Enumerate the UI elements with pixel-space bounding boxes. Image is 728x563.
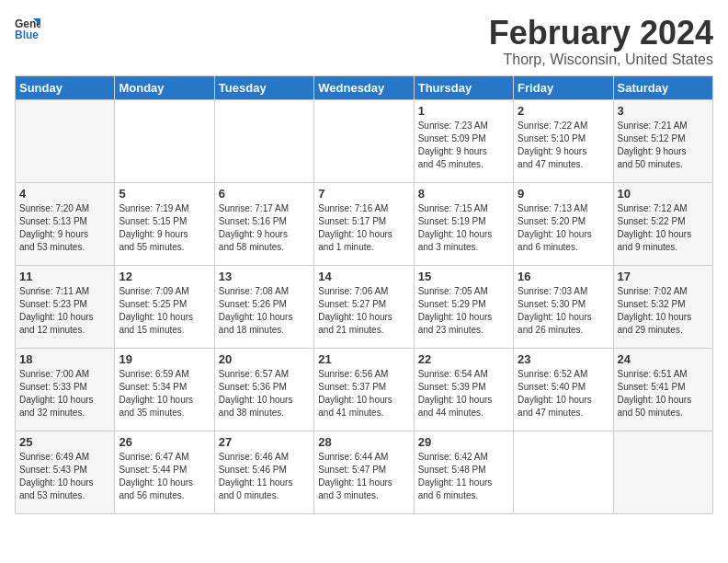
day-info: Sunrise: 6:59 AM Sunset: 5:34 PM Dayligh… [119, 368, 210, 419]
day-number: 13 [219, 270, 310, 283]
calendar-table: SundayMondayTuesdayWednesdayThursdayFrid… [15, 75, 713, 514]
day-info: Sunrise: 6:42 AM Sunset: 5:48 PM Dayligh… [418, 451, 509, 502]
day-cell: 10Sunrise: 7:12 AM Sunset: 5:22 PM Dayli… [613, 182, 712, 265]
day-cell: 12Sunrise: 7:09 AM Sunset: 5:25 PM Dayli… [115, 265, 214, 348]
day-cell: 18Sunrise: 7:00 AM Sunset: 5:33 PM Dayli… [16, 348, 115, 431]
day-number: 6 [219, 187, 310, 201]
day-cell: 8Sunrise: 7:15 AM Sunset: 5:19 PM Daylig… [414, 182, 513, 265]
day-cell: 13Sunrise: 7:08 AM Sunset: 5:26 PM Dayli… [214, 265, 313, 348]
calendar-title: February 2024 [489, 15, 713, 52]
day-info: Sunrise: 7:20 AM Sunset: 5:13 PM Dayligh… [19, 202, 110, 254]
day-cell: 14Sunrise: 7:06 AM Sunset: 5:27 PM Dayli… [314, 265, 414, 348]
week-row-2: 11Sunrise: 7:11 AM Sunset: 5:23 PM Dayli… [16, 265, 713, 348]
day-cell [115, 99, 214, 182]
day-number: 11 [19, 270, 110, 283]
calendar-subtitle: Thorp, Wisconsin, United States [489, 52, 713, 68]
header-cell-friday: Friday [514, 75, 613, 99]
day-info: Sunrise: 6:54 AM Sunset: 5:39 PM Dayligh… [418, 368, 509, 419]
calendar-header: SundayMondayTuesdayWednesdayThursdayFrid… [16, 75, 713, 99]
day-cell: 6Sunrise: 7:17 AM Sunset: 5:16 PM Daylig… [214, 182, 313, 265]
day-number: 12 [119, 270, 210, 283]
day-info: Sunrise: 6:52 AM Sunset: 5:40 PM Dayligh… [518, 368, 609, 419]
title-area: February 2024 Thorp, Wisconsin, United S… [489, 15, 713, 68]
day-info: Sunrise: 6:57 AM Sunset: 5:36 PM Dayligh… [219, 368, 310, 419]
day-cell: 11Sunrise: 7:11 AM Sunset: 5:23 PM Dayli… [16, 265, 115, 348]
header-cell-monday: Monday [115, 75, 214, 99]
day-info: Sunrise: 6:56 AM Sunset: 5:37 PM Dayligh… [318, 368, 409, 419]
day-info: Sunrise: 7:12 AM Sunset: 5:22 PM Dayligh… [618, 202, 709, 254]
day-number: 2 [518, 104, 609, 118]
day-cell: 26Sunrise: 6:47 AM Sunset: 5:44 PM Dayli… [115, 431, 214, 513]
day-info: Sunrise: 7:09 AM Sunset: 5:25 PM Dayligh… [119, 285, 210, 337]
day-cell: 9Sunrise: 7:13 AM Sunset: 5:20 PM Daylig… [514, 182, 613, 265]
day-info: Sunrise: 7:15 AM Sunset: 5:19 PM Dayligh… [418, 202, 509, 254]
day-number: 18 [19, 352, 110, 366]
day-cell [16, 99, 115, 182]
day-number: 25 [19, 435, 110, 449]
week-row-3: 18Sunrise: 7:00 AM Sunset: 5:33 PM Dayli… [16, 348, 713, 431]
day-number: 10 [618, 187, 709, 201]
day-cell: 20Sunrise: 6:57 AM Sunset: 5:36 PM Dayli… [214, 348, 313, 431]
day-number: 1 [418, 104, 509, 118]
week-row-0: 1Sunrise: 7:23 AM Sunset: 5:09 PM Daylig… [16, 99, 713, 182]
week-row-1: 4Sunrise: 7:20 AM Sunset: 5:13 PM Daylig… [16, 182, 713, 265]
logo: General Blue [15, 15, 40, 40]
header-cell-wednesday: Wednesday [314, 75, 414, 99]
day-number: 27 [219, 435, 310, 449]
day-cell: 23Sunrise: 6:52 AM Sunset: 5:40 PM Dayli… [514, 348, 613, 431]
day-info: Sunrise: 7:11 AM Sunset: 5:23 PM Dayligh… [19, 285, 110, 337]
day-number: 19 [119, 352, 210, 366]
header: General Blue February 2024 Thorp, Wiscon… [15, 15, 713, 68]
day-number: 3 [618, 104, 709, 118]
header-cell-thursday: Thursday [414, 75, 513, 99]
calendar-body: 1Sunrise: 7:23 AM Sunset: 5:09 PM Daylig… [16, 99, 713, 513]
day-number: 22 [418, 352, 509, 366]
day-number: 17 [618, 270, 709, 283]
header-row: SundayMondayTuesdayWednesdayThursdayFrid… [16, 75, 713, 99]
day-cell: 5Sunrise: 7:19 AM Sunset: 5:15 PM Daylig… [115, 182, 214, 265]
day-number: 7 [318, 187, 409, 201]
day-cell: 19Sunrise: 6:59 AM Sunset: 5:34 PM Dayli… [115, 348, 214, 431]
day-cell: 28Sunrise: 6:44 AM Sunset: 5:47 PM Dayli… [314, 431, 414, 513]
day-info: Sunrise: 6:49 AM Sunset: 5:43 PM Dayligh… [19, 451, 110, 502]
day-cell: 27Sunrise: 6:46 AM Sunset: 5:46 PM Dayli… [214, 431, 313, 513]
day-info: Sunrise: 7:19 AM Sunset: 5:15 PM Dayligh… [119, 202, 210, 254]
day-cell: 4Sunrise: 7:20 AM Sunset: 5:13 PM Daylig… [16, 182, 115, 265]
day-info: Sunrise: 7:21 AM Sunset: 5:12 PM Dayligh… [618, 120, 709, 171]
day-info: Sunrise: 7:00 AM Sunset: 5:33 PM Dayligh… [19, 368, 110, 419]
day-info: Sunrise: 7:17 AM Sunset: 5:16 PM Dayligh… [219, 202, 310, 254]
header-cell-sunday: Sunday [16, 75, 115, 99]
day-info: Sunrise: 7:08 AM Sunset: 5:26 PM Dayligh… [219, 285, 310, 337]
day-cell [514, 431, 613, 513]
day-cell: 22Sunrise: 6:54 AM Sunset: 5:39 PM Dayli… [414, 348, 513, 431]
day-cell: 2Sunrise: 7:22 AM Sunset: 5:10 PM Daylig… [514, 99, 613, 182]
day-cell: 24Sunrise: 6:51 AM Sunset: 5:41 PM Dayli… [613, 348, 712, 431]
day-cell [613, 431, 712, 513]
header-cell-tuesday: Tuesday [214, 75, 313, 99]
day-cell: 7Sunrise: 7:16 AM Sunset: 5:17 PM Daylig… [314, 182, 414, 265]
day-number: 15 [418, 270, 509, 283]
day-number: 29 [418, 435, 509, 449]
day-number: 4 [19, 187, 110, 201]
day-number: 16 [518, 270, 609, 283]
day-cell: 17Sunrise: 7:02 AM Sunset: 5:32 PM Dayli… [613, 265, 712, 348]
day-cell: 15Sunrise: 7:05 AM Sunset: 5:29 PM Dayli… [414, 265, 513, 348]
day-info: Sunrise: 7:03 AM Sunset: 5:30 PM Dayligh… [518, 285, 609, 337]
day-info: Sunrise: 6:44 AM Sunset: 5:47 PM Dayligh… [318, 451, 409, 502]
day-info: Sunrise: 6:46 AM Sunset: 5:46 PM Dayligh… [219, 451, 310, 502]
day-info: Sunrise: 7:16 AM Sunset: 5:17 PM Dayligh… [318, 202, 409, 254]
day-info: Sunrise: 7:06 AM Sunset: 5:27 PM Dayligh… [318, 285, 409, 337]
day-cell: 21Sunrise: 6:56 AM Sunset: 5:37 PM Dayli… [314, 348, 414, 431]
day-number: 21 [318, 352, 409, 366]
day-number: 8 [418, 187, 509, 201]
day-info: Sunrise: 7:23 AM Sunset: 5:09 PM Dayligh… [418, 120, 509, 171]
svg-text:Blue: Blue [15, 29, 39, 40]
week-row-4: 25Sunrise: 6:49 AM Sunset: 5:43 PM Dayli… [16, 431, 713, 513]
day-number: 26 [119, 435, 210, 449]
day-info: Sunrise: 7:13 AM Sunset: 5:20 PM Dayligh… [518, 202, 609, 254]
day-number: 5 [119, 187, 210, 201]
day-number: 28 [318, 435, 409, 449]
day-info: Sunrise: 7:05 AM Sunset: 5:29 PM Dayligh… [418, 285, 509, 337]
day-number: 23 [518, 352, 609, 366]
day-info: Sunrise: 6:47 AM Sunset: 5:44 PM Dayligh… [119, 451, 210, 502]
